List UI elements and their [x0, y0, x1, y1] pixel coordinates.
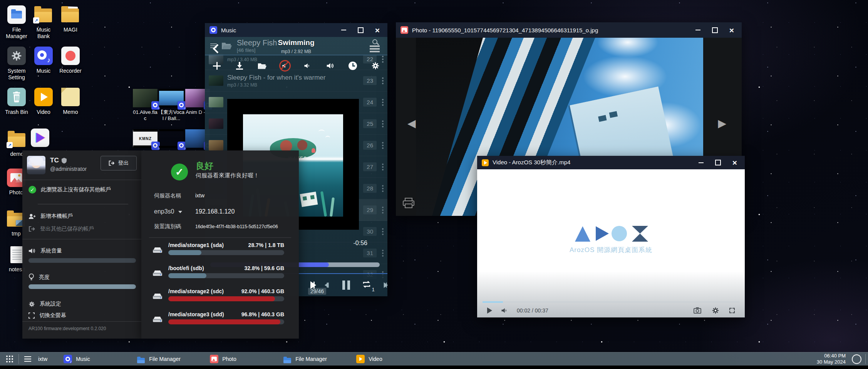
desktop-icon-memo[interactable]: Memo: [57, 88, 84, 129]
photo-titlebar[interactable]: Photo - 119065550_10157744569721304_4713…: [396, 22, 742, 38]
video-seek-bar[interactable]: [483, 301, 739, 303]
hostname-value: ixtw: [195, 192, 204, 199]
firmware-version: AR100 firmware:development 0.2.020: [28, 326, 106, 331]
storage-usage: 28.7% | 1.8 TB: [248, 242, 284, 248]
logout-saved-accounts-item[interactable]: 登出其他已儲存的帳戶: [28, 225, 136, 232]
music-app-badge-icon: [151, 101, 160, 110]
minimize-button[interactable]: [699, 162, 704, 163]
close-button[interactable]: ×: [729, 26, 734, 34]
desktop-icon-file-manager[interactable]: File Manager: [3, 5, 30, 47]
minimize-button[interactable]: [341, 30, 346, 30]
video-titlebar[interactable]: Video - ArozOS 30秒簡介.mp4 ×: [477, 156, 745, 169]
taskbar-menu-icon[interactable]: [24, 356, 31, 362]
sleep-timer-button[interactable]: [348, 61, 358, 71]
desktop-icon-system-setting[interactable]: System Setting: [3, 47, 30, 88]
system-volume-item: 系統音量: [28, 247, 136, 254]
system-settings-item[interactable]: 系統設定: [28, 301, 136, 307]
desktop-icon-label: tmp: [12, 230, 20, 237]
photo-app-icon: [210, 355, 218, 363]
network-interface[interactable]: enp3s0: [154, 208, 182, 215]
brightness-slider[interactable]: [28, 284, 136, 289]
volume-icon[interactable]: [501, 307, 508, 314]
chevron-down-icon: [178, 211, 182, 213]
file-manager-icon: [137, 356, 145, 365]
download-button[interactable]: [235, 61, 245, 71]
taskbar-clock[interactable]: 06:40 PM 30 May 2024: [817, 353, 846, 366]
video-time: 00:02 / 00:37: [517, 307, 548, 314]
power-icon[interactable]: [852, 354, 861, 364]
repeat-button[interactable]: 1: [362, 280, 372, 290]
desktop-media-file[interactable]: 【東方Vocal / Ball...: [159, 89, 184, 129]
previous-photo-button[interactable]: ◀: [407, 117, 416, 130]
desktop-icon-media-player[interactable]: [28, 129, 52, 149]
now-playing-title: Swimming: [205, 38, 387, 47]
maximize-button[interactable]: [712, 27, 718, 33]
hostname-indicator[interactable]: ixtw: [38, 356, 47, 362]
volume-slider[interactable]: [28, 258, 136, 263]
close-button[interactable]: ×: [375, 26, 380, 34]
volume-up-button[interactable]: [325, 61, 335, 71]
previous-track-button[interactable]: [327, 282, 330, 288]
maximize-button[interactable]: [358, 27, 364, 33]
maximize-button[interactable]: [715, 160, 721, 165]
taskbar-item-music[interactable]: Music: [64, 353, 137, 365]
gear-icon: [7, 47, 26, 65]
desktop-icon-label: MAGI: [64, 27, 77, 33]
logout-button[interactable]: 登出: [101, 156, 137, 170]
desktop-icon-label: Photo: [9, 189, 23, 196]
pause-button[interactable]: [342, 281, 350, 290]
folder-stack-icon: [61, 5, 80, 24]
desktop-icon-music[interactable]: ♪ Music: [30, 47, 57, 88]
desktop-icon-video[interactable]: Video: [30, 88, 57, 129]
add-button[interactable]: [212, 61, 222, 71]
video-settings-icon[interactable]: [712, 307, 719, 314]
record-circle-icon: [61, 47, 80, 65]
storage-row: /media/storage2 (sdc) 92.0% | 460.3 GB: [141, 288, 299, 311]
storage-mount: /media/storage3 (sdd): [168, 311, 224, 317]
desktop-icon-music-bank[interactable]: ↗ Music Bank: [30, 5, 57, 47]
taskbar-item-photo[interactable]: Photo: [210, 353, 283, 365]
storage-bar: [168, 250, 284, 255]
window-title: Photo - 119065550_10157744569721304_4713…: [412, 27, 598, 33]
taskbar-separator: [18, 354, 19, 364]
skip-button[interactable]: [384, 282, 387, 288]
video-player[interactable]: ArozOS 開源網頁桌面系統 00:02 / 00:37: [477, 169, 745, 317]
server-status-panel: ✓ 良好 伺服器看來運作良好喔！ 伺服器名稱 ixtw enp3s0 192.1…: [141, 150, 299, 339]
user-handle: @administrator: [50, 166, 87, 172]
mute-button[interactable]: [280, 61, 290, 71]
avatar[interactable]: [27, 156, 45, 174]
snapshot-camera-icon[interactable]: [693, 307, 702, 314]
taskbar-item-file-manager-2[interactable]: File Manager: [283, 353, 356, 365]
desktop-media-file[interactable]: 01.Alive.flac: [133, 89, 158, 129]
print-icon[interactable]: [402, 197, 415, 209]
check-icon: ✓: [28, 186, 36, 194]
volume-down-button[interactable]: [302, 61, 312, 71]
video-app-icon: [356, 355, 365, 363]
minimize-button[interactable]: [695, 30, 700, 30]
desktop-icon-grid: File Manager ↗ Music Bank MAGI System Se…: [3, 5, 84, 129]
music-titlebar[interactable]: Music ×: [205, 23, 387, 37]
video-seek-fill: [483, 301, 503, 303]
server-status-title: 良好: [196, 160, 213, 172]
app-launcher-icon[interactable]: [6, 356, 13, 362]
folder-shortcut-icon: ↗: [8, 130, 26, 149]
desktop-icon-trash-bin[interactable]: Trash Bin: [3, 88, 30, 129]
music-app-badge-icon: [178, 142, 186, 150]
next-photo-button[interactable]: ▶: [718, 117, 726, 130]
play-button[interactable]: [487, 307, 492, 314]
desktop-icon-label: Memo: [63, 109, 78, 115]
add-user-icon: [28, 214, 36, 219]
desktop-icon-label: System Setting: [3, 68, 30, 81]
storage-mount: /media/storage1 (sda): [168, 242, 224, 248]
settings-button[interactable]: [370, 61, 380, 71]
media-thumbnail: [159, 89, 184, 107]
desktop-icon-magi[interactable]: MAGI: [57, 5, 84, 47]
close-button[interactable]: ×: [732, 159, 737, 167]
toggle-fullscreen-item[interactable]: 切換全螢幕: [28, 312, 136, 319]
fullscreen-icon[interactable]: [729, 308, 735, 313]
add-local-account-item[interactable]: 新增本機帳戶: [28, 213, 136, 220]
desktop-icon-recorder[interactable]: Recorder: [57, 47, 84, 88]
taskbar-item-video[interactable]: Video: [356, 353, 429, 365]
taskbar-item-file-manager[interactable]: File Manager: [137, 353, 210, 365]
open-folder-button[interactable]: [257, 61, 267, 71]
